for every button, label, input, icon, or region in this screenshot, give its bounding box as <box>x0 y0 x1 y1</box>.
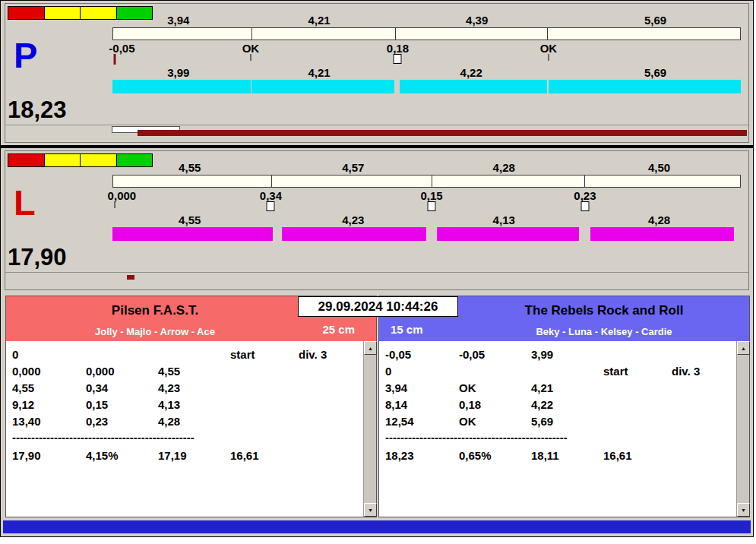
table-cell: start <box>230 346 299 363</box>
table-cell: 16,61 <box>603 448 672 464</box>
lane-track: 4,55 4,57 4,28 4,50 0,000 0,34 0,15 0,23 <box>112 151 741 273</box>
table-cell: 4,23 <box>158 380 230 397</box>
table-cell <box>230 413 299 430</box>
progress-bar <box>138 130 747 136</box>
table-cell: div. 3 <box>672 363 734 380</box>
tick-marker <box>548 54 549 61</box>
lane-track: 3,94 4,21 4,39 5,69 -0,05 OK 0,18 OK <box>112 4 741 125</box>
lower-split-time: 5,69 <box>644 67 666 78</box>
scroll-up-button[interactable]: ▲ <box>364 341 377 355</box>
table-totals-row: 17,90 4,15% 17,19 16,61 <box>12 448 361 464</box>
lane-panel-l: L 17,90 4,55 4,57 4,28 4,50 0,000 0,34 0… <box>5 150 749 290</box>
height-badge: 25 cm <box>322 323 355 336</box>
table-cell: 13,40 <box>12 413 86 430</box>
table-cell <box>672 397 734 413</box>
table-cell: -0,05 <box>385 346 459 363</box>
table-cell: div. 3 <box>299 346 361 363</box>
team-panel-right: The Rebels Rock and Roll Beky - Luna - K… <box>378 296 750 517</box>
split-bar-segment <box>282 227 426 241</box>
table-cell: 4,55 <box>158 363 230 380</box>
scroll-down-button[interactable]: ▼ <box>737 503 750 517</box>
traffic-light-red-icon <box>8 154 45 166</box>
teams-section: 29.09.2024 10:44:26 Pilsen F.A.S.T. Joll… <box>1 296 753 517</box>
down-arrow-icon: ▼ <box>368 508 373 513</box>
lower-split-time: 4,23 <box>342 214 364 226</box>
progress-strip <box>5 125 748 142</box>
table-cell: 4,21 <box>531 380 603 397</box>
lower-split-time: 4,28 <box>648 214 670 226</box>
scrollbar[interactable]: ▲ ▼ <box>736 341 749 517</box>
scroll-down-button[interactable]: ▼ <box>364 503 377 517</box>
table-cell: 4,22 <box>531 397 603 413</box>
upper-split-times-row: 3,94 4,21 4,39 5,69 <box>112 14 741 26</box>
lower-split-time: 3,99 <box>167 67 189 78</box>
table-separator: ----------------------------------------… <box>12 430 361 445</box>
start-line-marker <box>114 54 116 65</box>
table-cell: 0,000 <box>86 363 158 380</box>
up-arrow-icon: ▲ <box>368 346 373 351</box>
table-cell: start <box>603 363 672 380</box>
split-bar-segment <box>112 80 251 93</box>
upper-split-time: 4,55 <box>179 162 201 173</box>
split-bar-segment <box>437 227 580 241</box>
table-cell: 0,15 <box>86 397 158 413</box>
table-cell: 17,90 <box>12 448 86 464</box>
team-dogs: Jolly - Majlo - Arrow - Ace <box>6 326 376 337</box>
changeover-mark: OK <box>242 43 260 54</box>
changeover-marks-row: -0,05 OK 0,18 OK <box>112 42 741 54</box>
indicator-box <box>580 201 589 211</box>
changeover-mark: OK <box>540 43 558 54</box>
lane-divider <box>1 145 753 148</box>
table-cell <box>672 346 734 363</box>
down-arrow-icon: ▼ <box>741 508 746 513</box>
table-cell <box>299 363 361 380</box>
datetime-display: 29.09.2024 10:44:26 <box>298 296 458 317</box>
upper-split-times-row: 4,55 4,57 4,28 4,50 <box>112 161 741 173</box>
upper-split-time: 4,39 <box>466 14 488 26</box>
traffic-light-red-icon <box>8 7 45 19</box>
bottom-status-bar <box>3 520 751 533</box>
upper-split-time: 3,94 <box>167 14 189 26</box>
table-cell: OK <box>459 380 531 397</box>
table-row: 13,40 0,23 4,28 <box>12 413 361 430</box>
lower-split-time: 4,21 <box>308 67 330 78</box>
table-cell <box>603 413 672 430</box>
table-cell: 3,99 <box>531 346 603 363</box>
table-cell <box>672 448 734 464</box>
table-cell: 0,18 <box>459 397 531 413</box>
table-cell <box>603 380 672 397</box>
table-row: 0,000 0,000 4,55 <box>12 363 361 380</box>
table-cell: 3,94 <box>385 380 459 397</box>
measure-bar-tick <box>251 28 252 40</box>
indicator-box <box>428 201 436 211</box>
scroll-up-button[interactable]: ▲ <box>737 341 750 355</box>
mark-indicators-row <box>112 201 741 213</box>
progress-strip <box>5 272 748 289</box>
lower-split-time: 4,13 <box>493 214 515 226</box>
table-cell: OK <box>459 413 531 430</box>
lower-split-times-row: 3,99 4,21 4,22 5,69 <box>112 66 741 78</box>
table-cell <box>603 346 672 363</box>
height-badge: 15 cm <box>391 323 423 336</box>
split-bar-segment <box>549 80 740 93</box>
upper-split-time: 4,28 <box>493 162 515 173</box>
table-row: 9,12 0,15 4,13 <box>12 397 361 413</box>
table-cell: 0,34 <box>86 380 158 397</box>
table-row: 12,54 OK 5,69 <box>385 413 734 430</box>
traffic-light-yellow2-icon <box>81 7 117 19</box>
table-cell <box>86 346 158 363</box>
measure-bar <box>112 175 741 188</box>
table-row: -0,05 -0,05 3,99 <box>385 346 734 363</box>
upper-split-time: 4,21 <box>308 14 330 26</box>
table-cell <box>299 413 361 430</box>
table-cell: 0,65% <box>459 448 531 464</box>
lower-split-time: 4,55 <box>179 214 201 226</box>
table-cell: 0 <box>12 346 86 363</box>
split-bar-segment <box>400 80 547 93</box>
scrollbar[interactable]: ▲ ▼ <box>363 341 376 517</box>
split-bar-segment <box>251 80 394 93</box>
lane-total-time: 18,23 <box>8 98 67 122</box>
table-cell: -0,05 <box>459 346 531 363</box>
table-cell <box>299 448 361 464</box>
changeover-mark: 0,000 <box>108 190 137 201</box>
